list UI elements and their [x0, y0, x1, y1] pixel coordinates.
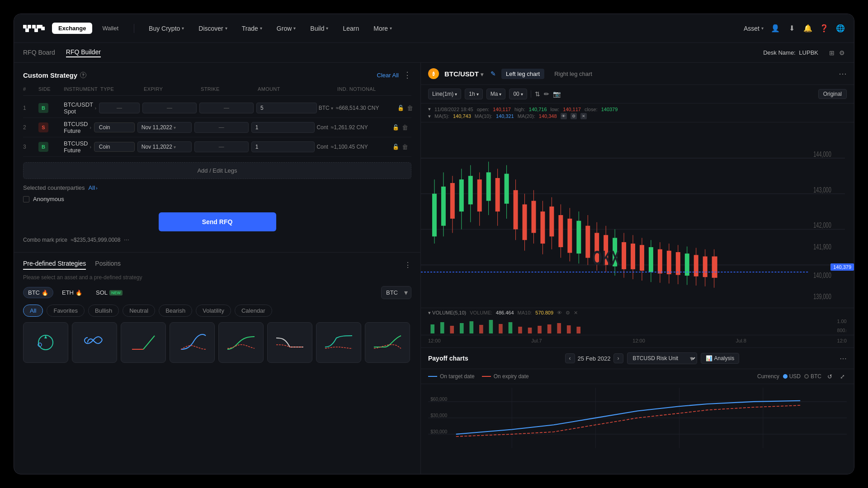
rfq-board-tab[interactable]: RFQ Board — [23, 49, 55, 57]
predefined-menu-icon[interactable]: ⋮ — [404, 261, 411, 269]
learn-nav[interactable]: Learn — [337, 25, 364, 32]
strategy-card-3[interactable] — [121, 322, 166, 363]
predefined-tab[interactable]: Pre-defined Strategies — [23, 260, 86, 270]
row-2-type[interactable]: Coin — [94, 122, 135, 132]
row-1-lock-icon[interactable]: 🔓 — [397, 105, 404, 111]
usd-option[interactable]: USD — [783, 373, 801, 380]
screenshot-icon[interactable]: 📷 — [553, 90, 561, 98]
chart-menu-icon[interactable]: ⋯ — [839, 69, 847, 79]
risk-unit-select[interactable]: BTCUSD Risk Unit — [627, 352, 697, 364]
date-next-button[interactable]: › — [613, 353, 623, 363]
row-1-delete-icon[interactable]: 🗑 — [407, 104, 413, 112]
row-1-side-badge[interactable]: B — [38, 103, 48, 113]
asset-chip-eth[interactable]: ETH 🔥 — [57, 287, 87, 298]
strategy-card-2[interactable] — [72, 322, 117, 363]
strategy-help-icon[interactable]: ? — [80, 72, 86, 78]
grow-nav[interactable]: Grow ▾ — [271, 25, 301, 32]
row-3-expiry-input[interactable]: Nov 11,2022 ▾ — [137, 141, 192, 152]
row-3-side-badge[interactable]: B — [38, 142, 48, 152]
pair-name[interactable]: BTC/USDT ▾ — [444, 70, 483, 78]
filter-bearish[interactable]: Bearish — [159, 305, 192, 317]
candlestick-chart[interactable]: 144,000 143,000 142,000 141,900 140,000 … — [421, 122, 854, 308]
row-3-lock-icon[interactable]: 🔓 — [392, 144, 399, 150]
ma-settings-icon[interactable]: ⚙ — [571, 113, 577, 119]
discover-nav[interactable]: Discover ▾ — [193, 25, 232, 32]
strategy-card-7[interactable] — [316, 322, 361, 363]
right-leg-chart-tab[interactable]: Right leg chart — [550, 69, 597, 79]
row-2-expiry-input[interactable]: Nov 11,2022 ▾ — [137, 122, 192, 133]
original-button[interactable]: Original — [818, 89, 847, 99]
wallet-tab[interactable]: Wallet — [96, 23, 125, 34]
row-3-strike[interactable]: — — [194, 141, 249, 152]
interval-selector[interactable]: 1h ▾ — [465, 89, 482, 99]
positions-tab[interactable]: Positions — [95, 260, 121, 270]
strategy-card-8[interactable] — [365, 322, 410, 363]
filter-volatility[interactable]: Volatility — [196, 305, 231, 317]
row-1-amount-input[interactable]: 5 — [256, 103, 317, 113]
filter-neutral[interactable]: Neutral — [123, 305, 155, 317]
row-2-amount-input[interactable]: 1 — [251, 122, 315, 133]
row-3-type[interactable]: Coin — [94, 142, 135, 152]
row-1-expiry[interactable]: — — [142, 103, 197, 113]
more-nav[interactable]: More ▾ — [368, 25, 397, 32]
build-nav[interactable]: Build ▾ — [305, 25, 334, 32]
buy-crypto-nav[interactable]: Buy Crypto ▾ — [143, 25, 189, 32]
row-3-amount-input[interactable]: 1 — [251, 141, 315, 152]
row-3-instrument[interactable]: BTCUSD Future › — [64, 140, 91, 154]
asset-button[interactable]: Asset ▾ — [744, 25, 764, 32]
left-leg-chart-tab[interactable]: Left leg chart — [501, 69, 544, 79]
exchange-tab[interactable]: Exchange — [52, 23, 92, 34]
vol-eye-icon[interactable]: 👁 — [557, 310, 562, 316]
cp-all-link[interactable]: All › — [89, 184, 98, 191]
download-icon[interactable]: ⬇ — [787, 24, 796, 33]
row-1-type[interactable]: — — [99, 103, 140, 113]
send-rfq-button[interactable]: Send RFQ — [159, 212, 276, 231]
okx-logo[interactable] — [23, 23, 45, 34]
ma-close-icon[interactable]: ✕ — [580, 113, 587, 119]
row-1-strike[interactable]: — — [199, 103, 254, 113]
payoff-menu-icon[interactable]: ⋯ — [840, 354, 847, 363]
filter-bullish[interactable]: Bullish — [88, 305, 119, 317]
pair-edit-icon[interactable]: ✎ — [491, 70, 496, 77]
vol-close-icon[interactable]: ✕ — [574, 310, 578, 316]
row-3-delete-icon[interactable]: 🗑 — [402, 143, 408, 150]
date-prev-button[interactable]: ‹ — [565, 353, 575, 363]
strategy-card-4[interactable] — [170, 322, 215, 363]
draw-icon[interactable]: ✏ — [544, 90, 549, 98]
candle-type-selector[interactable]: 00 ▾ — [509, 89, 527, 99]
strategy-card-5[interactable] — [218, 322, 264, 363]
row-2-strike[interactable]: — — [194, 122, 249, 133]
filter-calendar[interactable]: Calendar — [235, 305, 272, 317]
payoff-refresh-icon[interactable]: ↺ — [825, 372, 834, 381]
btc-option[interactable]: BTC — [804, 373, 821, 380]
row-1-instrument[interactable]: BTC/USDT Spot › — [64, 101, 96, 115]
row-2-instrument[interactable]: BTCUSD Future › — [64, 121, 91, 134]
compare-icon[interactable]: ⇅ — [535, 90, 540, 98]
payoff-expand-icon[interactable]: ⤢ — [838, 372, 847, 381]
analysis-button[interactable]: 📊 Analysis — [701, 353, 740, 364]
vol-settings-icon[interactable]: ⚙ — [566, 310, 570, 316]
strategy-menu-icon[interactable]: ⋮ — [403, 70, 411, 80]
globe-icon[interactable]: 🌐 — [836, 24, 845, 33]
grid-icon[interactable]: ⊞ — [829, 49, 835, 56]
settings-icon[interactable]: ⚙ — [839, 49, 845, 56]
asset-chip-btc[interactable]: BTC 🔥 — [23, 287, 53, 298]
strategy-card-1[interactable] — [23, 322, 68, 363]
rfq-builder-tab[interactable]: RFQ Builder — [66, 48, 101, 57]
add-legs-button[interactable]: Add / Edit Legs — [23, 162, 411, 179]
indicator-selector[interactable]: Ma ▾ — [486, 89, 506, 99]
ma-eye-icon[interactable]: 👁 — [561, 113, 567, 119]
combo-mark-expand-icon[interactable]: ⋯ — [124, 237, 129, 243]
help-icon[interactable]: ❓ — [820, 24, 829, 33]
trade-nav[interactable]: Trade ▾ — [236, 25, 268, 32]
timeframe-selector[interactable]: Line(1m) ▾ — [428, 89, 461, 99]
bell-icon[interactable]: 🔔 — [803, 24, 812, 33]
filter-favorites[interactable]: Favorites — [47, 305, 84, 317]
asset-chip-sol[interactable]: SOL NEW — [91, 287, 127, 298]
asset-dropdown[interactable]: BTC ETH SOL — [381, 286, 411, 299]
strategy-card-6[interactable] — [267, 322, 312, 363]
anonymous-checkbox[interactable] — [23, 196, 29, 202]
row-2-side-badge[interactable]: S — [38, 122, 48, 132]
profile-icon[interactable]: 👤 — [771, 24, 780, 33]
row-2-lock-icon[interactable]: 🔓 — [392, 124, 399, 131]
